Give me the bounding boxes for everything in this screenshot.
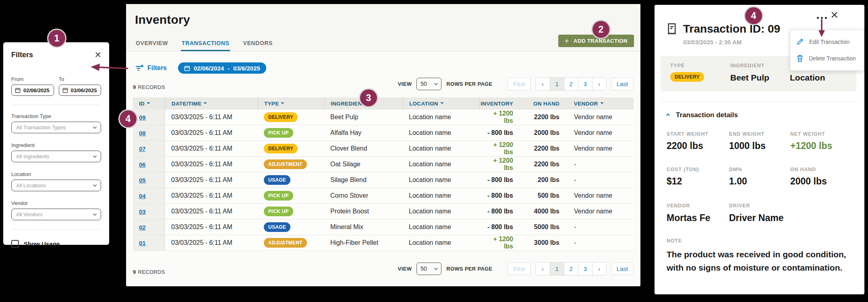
table-row[interactable]: 02 03/03/2025 - 6:11 AM USAGE Mineral Mi… <box>133 219 634 235</box>
transaction-id-link[interactable]: 05 <box>139 177 146 184</box>
records-count: 9RECORDS <box>133 269 165 275</box>
show-usage-label: Show Usage <box>24 240 60 247</box>
to-date-input[interactable]: 03/06/2025 <box>59 85 102 96</box>
page-2-button[interactable]: 2 <box>564 263 578 275</box>
receipt-icon <box>667 23 677 35</box>
chevron-up-icon <box>666 113 670 117</box>
close-icon[interactable]: × <box>95 50 101 60</box>
last-page-button[interactable]: Last <box>611 78 634 90</box>
table-row[interactable]: 09 03/03/2025 - 6:11 AM DELIVERY Beet Pu… <box>133 110 634 125</box>
first-page-button[interactable]: First <box>508 78 530 90</box>
page-1-button[interactable]: 1 <box>550 78 564 90</box>
transaction-id-link[interactable]: 07 <box>139 145 146 152</box>
table-row[interactable]: 03 03/03/2025 - 6:11 AM PICK UP Protein … <box>133 204 634 219</box>
transaction-type-select[interactable]: All Transaction Types <box>11 122 101 133</box>
note-text: The product was received in good conditi… <box>667 248 852 274</box>
transaction-id-link[interactable]: 02 <box>139 224 146 231</box>
chevron-down-icon <box>93 125 97 129</box>
transaction-id-link[interactable]: 03 <box>139 208 146 215</box>
annotation-badge-2: 2 <box>592 21 609 38</box>
first-page-button[interactable]: First <box>508 263 530 275</box>
tab-overview[interactable]: OVERVIEW <box>135 36 169 51</box>
next-page-button[interactable]: › <box>592 78 606 90</box>
type-badge: USAGE <box>264 175 290 185</box>
next-page-button[interactable]: › <box>592 263 606 275</box>
type-badge: PICK UP <box>264 191 293 201</box>
transaction-id-link[interactable]: 06 <box>139 161 146 168</box>
table-controls-bottom: 9RECORDS VIEW 50 ROWS PER PAGE First ‹ 1… <box>133 262 634 275</box>
table-row[interactable]: 04 03/03/2025 - 6:11 AM PICK UP Corno St… <box>133 188 634 204</box>
start-weight-value: 2200 lbs <box>667 141 729 151</box>
rows-per-page-select[interactable]: 50 <box>416 263 441 275</box>
table-row[interactable]: 01 03/03/2025 - 6:11 AM ADJUSTMENT High-… <box>133 235 634 251</box>
rows-per-page-select[interactable]: 50 <box>416 78 441 90</box>
tab-vendors[interactable]: VENDORS <box>242 36 273 51</box>
calendar-icon <box>184 65 190 71</box>
column-header-inventory[interactable]: INVENTORY <box>479 97 520 110</box>
ingredient-select[interactable]: All Ingredients <box>11 151 101 162</box>
close-icon[interactable]: × <box>831 10 838 20</box>
transaction-id-link[interactable]: 04 <box>139 192 146 199</box>
from-date-input[interactable]: 02/06/2025 <box>11 85 54 96</box>
chevron-down-icon <box>434 81 438 85</box>
type-badge: PICK UP <box>264 207 293 216</box>
page-2-button[interactable]: 2 <box>564 78 578 90</box>
vendor-select[interactable]: All Vendors <box>11 209 101 220</box>
transaction-id-link[interactable]: 09 <box>139 114 146 121</box>
transaction-actions-menu: Edit Transaction Delete Transaction <box>790 29 864 71</box>
transaction-details-toggle[interactable]: Transaction details <box>667 111 852 119</box>
column-header-id[interactable]: ID <box>133 97 165 110</box>
table-header-row: ID DATE/TIME TYPE INGREDIENT LOCATION IN… <box>133 97 634 110</box>
note-section: NOTE The product was received in good co… <box>667 238 852 274</box>
transaction-id-link[interactable]: 01 <box>139 240 146 246</box>
table-row[interactable]: 07 03/03/2025 - 6:11 AM DELIVERY Clover … <box>133 141 634 157</box>
prev-page-button[interactable]: ‹ <box>536 78 550 90</box>
filters-link[interactable]: Filters <box>135 64 167 72</box>
annotation-arrow-down <box>817 19 826 38</box>
show-usage-checkbox[interactable] <box>11 240 19 248</box>
plus-icon: + <box>565 37 570 45</box>
edit-transaction-menu-item[interactable]: Edit Transaction <box>790 33 864 50</box>
end-weight-value: 1000 lbs <box>729 141 790 151</box>
sort-caret-icon <box>147 101 150 104</box>
ingredient-value: Beet Pulp <box>730 73 790 83</box>
page-1-button[interactable]: 1 <box>550 263 564 275</box>
delete-transaction-menu-item[interactable]: Delete Transaction <box>790 50 864 67</box>
date-range-chip[interactable]: 02/06/2024 - 03/6/2025 <box>178 62 266 74</box>
transactions-table: ID DATE/TIME TYPE INGREDIENT LOCATION IN… <box>133 97 634 251</box>
sort-caret-icon <box>204 101 207 104</box>
column-header-vendor[interactable]: VENDOR <box>566 97 634 110</box>
prev-page-button[interactable]: ‹ <box>536 263 550 275</box>
rows-per-page-label: ROWS PER PAGE <box>446 266 492 272</box>
divider <box>661 101 858 101</box>
column-header-type[interactable]: TYPE <box>258 97 324 110</box>
filter-icon <box>135 64 144 72</box>
from-label: From <box>11 76 54 82</box>
location-label: Location <box>11 171 101 177</box>
page-3-button[interactable]: 3 <box>578 263 592 275</box>
column-header-datetime[interactable]: DATE/TIME <box>165 97 258 110</box>
type-badge: DELIVERY <box>670 72 704 82</box>
transaction-id-link[interactable]: 08 <box>139 130 146 137</box>
page-3-button[interactable]: 3 <box>578 78 592 90</box>
transaction-detail-panel: × Edit Transaction Delete Transaction Tr… <box>655 5 864 294</box>
pagination: First ‹ 1 2 3 › Last <box>508 77 634 91</box>
view-label: VIEW <box>398 81 412 87</box>
tab-transactions[interactable]: TRANSACTIONS <box>181 36 230 51</box>
dm-percent-value: 1.00 <box>729 176 790 187</box>
table-row[interactable]: 06 03/03/2025 - 6:11 AM ADJUSTMENT Oat S… <box>133 157 634 172</box>
annotation-badge-1: 1 <box>48 30 65 47</box>
location-select[interactable]: All Locations <box>11 180 101 191</box>
last-page-button[interactable]: Last <box>611 263 634 275</box>
type-badge: USAGE <box>264 222 290 232</box>
table-row[interactable]: 05 03/03/2025 - 6:11 AM USAGE Silage Ble… <box>133 172 634 188</box>
column-header-location[interactable]: LOCATION <box>403 97 479 110</box>
ingredient-label: Ingredient <box>11 142 101 148</box>
driver-value: Driver Name <box>729 213 852 223</box>
sort-caret-icon <box>441 101 443 104</box>
table-row[interactable]: 08 03/03/2025 - 6:11 AM PICK UP Alfalfa … <box>133 125 634 141</box>
annotation-badge-4-panel: 4 <box>745 7 762 24</box>
ingredient-label: INGREDIENT <box>730 63 790 68</box>
page-title: Inventory <box>135 13 640 27</box>
column-header-onhand[interactable]: ON HAND <box>520 97 566 110</box>
